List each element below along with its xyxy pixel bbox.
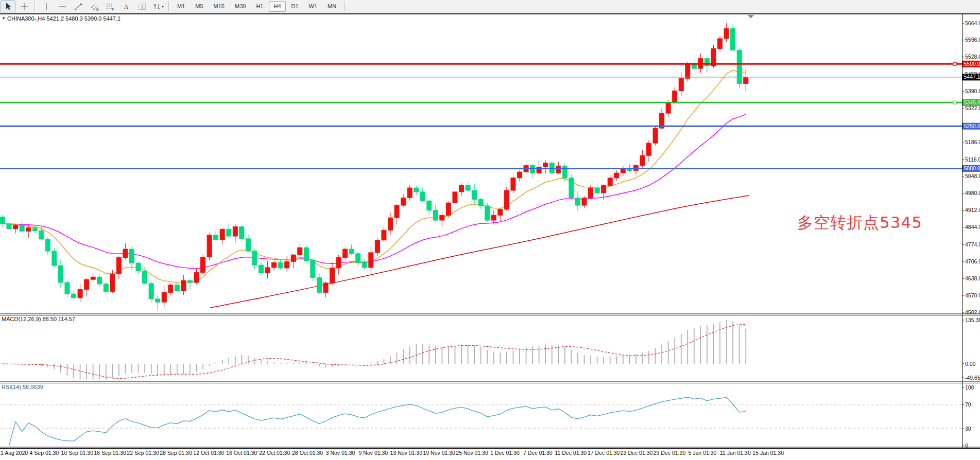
candle bbox=[446, 201, 451, 218]
horizontal-line-tool-button[interactable] bbox=[55, 1, 70, 12]
candle-body bbox=[7, 224, 11, 229]
price-tick-label: 4638.0 bbox=[965, 275, 980, 281]
candle-body bbox=[685, 63, 690, 78]
candle-body bbox=[647, 143, 651, 155]
candle-body bbox=[162, 292, 166, 302]
candle-body bbox=[614, 173, 619, 178]
candle-body bbox=[724, 29, 729, 39]
candle-body bbox=[349, 249, 354, 254]
text-label-tool-button[interactable]: T bbox=[134, 1, 149, 12]
timeframe-button-m5[interactable]: M5 bbox=[191, 1, 208, 12]
svg-text:E: E bbox=[96, 8, 99, 11]
candle-body bbox=[478, 199, 483, 206]
svg-text:A: A bbox=[124, 3, 128, 10]
equidistant-channel-tool-button[interactable]: E bbox=[87, 1, 101, 12]
price-tick-label: 4912.0 bbox=[965, 207, 980, 213]
candle-body bbox=[343, 249, 348, 257]
date-label: 7 Dec 01:30 bbox=[523, 450, 553, 456]
candle-body bbox=[666, 102, 670, 113]
symbol-dropdown-icon[interactable]: ▼ bbox=[2, 16, 6, 21]
rsi-axis-label: 30 bbox=[965, 426, 971, 432]
toolbar-separator bbox=[168, 2, 169, 11]
timeframe-button-m1[interactable]: M1 bbox=[173, 1, 190, 12]
candle-body bbox=[356, 254, 360, 262]
vertical-line-tool-button[interactable] bbox=[39, 1, 54, 12]
candle-body bbox=[401, 198, 406, 206]
price-tick-label: 4502.0 bbox=[965, 309, 980, 315]
candle-body bbox=[259, 265, 264, 273]
timeframe-button-mn[interactable]: MN bbox=[323, 1, 341, 12]
timeframe-button-m30[interactable]: M30 bbox=[230, 1, 250, 12]
candle-body bbox=[175, 285, 179, 291]
date-label: 13 Nov 01:30 bbox=[390, 450, 423, 456]
candle-body bbox=[91, 277, 95, 279]
candle-body bbox=[569, 178, 574, 198]
trendline-icon bbox=[74, 2, 83, 11]
candle bbox=[511, 175, 515, 193]
trendline-tool-button[interactable] bbox=[71, 1, 85, 12]
candle-body bbox=[149, 284, 153, 299]
chart-background[interactable] bbox=[0, 13, 980, 460]
candle-body bbox=[278, 262, 283, 268]
text-tool-button[interactable]: A bbox=[118, 1, 133, 12]
date-label: 11 Jan 01:30 bbox=[720, 450, 751, 456]
candle-body bbox=[201, 257, 205, 273]
time-axis[interactable]: 1 Aug 20204 Sep 01:3010 Sep 01:3016 Sep … bbox=[1, 450, 784, 456]
level-handle[interactable] bbox=[953, 101, 956, 104]
cursor-tool-button[interactable] bbox=[1, 1, 15, 12]
fibonacci-tool-button[interactable]: F bbox=[102, 1, 117, 12]
arrows-dropdown-icon bbox=[152, 2, 164, 11]
macd-axis-label: 0.00 bbox=[965, 361, 976, 367]
candle-body bbox=[156, 299, 160, 302]
candle-body bbox=[336, 258, 341, 268]
candle-body bbox=[601, 185, 606, 193]
timeframe-button-h1[interactable]: H1 bbox=[251, 1, 268, 12]
candle-body bbox=[220, 229, 225, 239]
candle-body bbox=[653, 128, 658, 143]
candle-body bbox=[78, 290, 82, 298]
macd-axis-label: 135.38 bbox=[965, 317, 980, 323]
date-label: 15 Jan 01:30 bbox=[752, 450, 784, 456]
timeframe-button-d1[interactable]: D1 bbox=[287, 1, 303, 12]
candle-body bbox=[65, 282, 70, 294]
candle-body bbox=[123, 249, 128, 257]
candle-body bbox=[453, 192, 457, 203]
macd-indicator-label: MACD(12,26,9) 88.50 114.57 bbox=[2, 316, 75, 322]
price-label-text: 5447.1 bbox=[964, 74, 980, 80]
candle-body bbox=[194, 273, 199, 282]
price-tick-label: 4844.0 bbox=[965, 224, 980, 230]
date-label: 17 Dec 01:30 bbox=[588, 450, 620, 456]
level-handle[interactable] bbox=[953, 62, 956, 65]
candle-body bbox=[679, 78, 683, 91]
candle-body bbox=[311, 260, 315, 277]
crosshair-icon bbox=[20, 2, 29, 11]
price-tick-label: 5048.0 bbox=[965, 173, 980, 179]
candle-body bbox=[104, 284, 108, 292]
date-label: 1 Dec 01:30 bbox=[490, 450, 520, 456]
candle bbox=[201, 255, 205, 275]
price-tick-label: 5596.0 bbox=[965, 37, 980, 43]
date-label: 4 Sep 01:30 bbox=[30, 450, 59, 456]
date-label: 23 Dec 01:30 bbox=[621, 450, 653, 456]
candle bbox=[653, 127, 658, 146]
equidistant-channel-icon: E bbox=[90, 2, 99, 11]
candle-body bbox=[407, 188, 412, 198]
candle-body bbox=[718, 39, 723, 48]
timeframe-button-m15[interactable]: M15 bbox=[209, 1, 229, 12]
price-tick-label: 5186.0 bbox=[965, 139, 980, 145]
date-label: 9 Nov 01:30 bbox=[359, 450, 388, 456]
candle bbox=[304, 245, 308, 263]
date-label: 16 Oct 01:30 bbox=[226, 450, 257, 456]
candle-body bbox=[414, 188, 419, 192]
crosshair-tool-button[interactable] bbox=[16, 1, 31, 12]
candle-body bbox=[84, 279, 89, 289]
price-label-text: 5250.0 bbox=[964, 123, 980, 129]
arrows-dropdown-tool-button[interactable] bbox=[150, 1, 165, 12]
candle-body bbox=[58, 266, 63, 282]
timeframe-button-w1[interactable]: W1 bbox=[304, 1, 322, 12]
chart-title: CHINA300-,H4 5421.2 5480.3 5390.0 5447.1 bbox=[7, 15, 121, 22]
candle-body bbox=[20, 225, 24, 232]
timeframe-button-h4[interactable]: H4 bbox=[269, 1, 285, 12]
candle-body bbox=[317, 277, 321, 292]
rsi-axis-label: 0 bbox=[965, 443, 968, 449]
